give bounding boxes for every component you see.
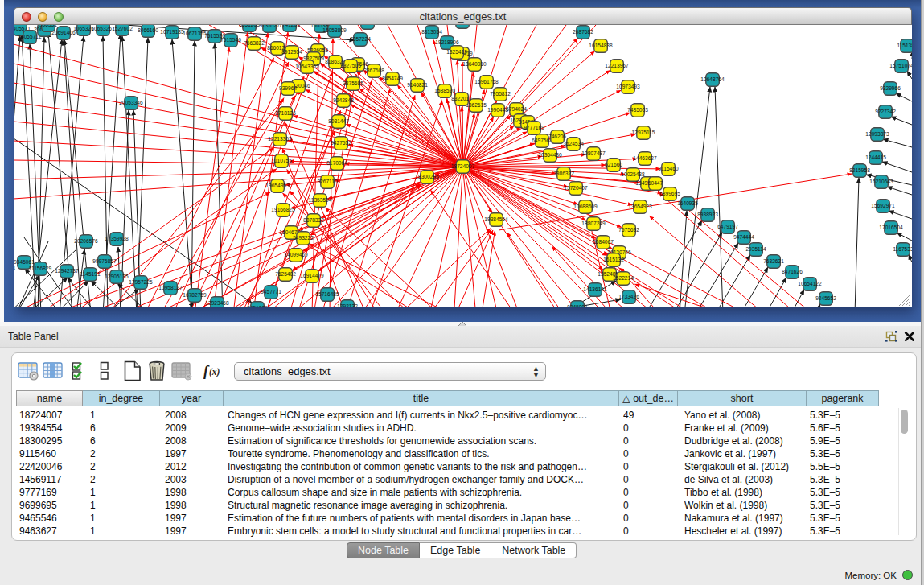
- svg-text:746206: 746206: [548, 134, 566, 139]
- svg-text:8031447: 8031447: [328, 118, 349, 124]
- svg-text:7986322: 7986322: [553, 171, 574, 176]
- svg-text:99975857: 99975857: [92, 258, 117, 264]
- svg-text:14099469: 14099469: [284, 252, 308, 257]
- svg-text:8912954: 8912954: [281, 49, 302, 55]
- svg-text:1362615: 1362615: [466, 102, 487, 108]
- svg-text:1588520: 1588520: [434, 88, 455, 93]
- svg-text:7857224: 7857224: [350, 36, 371, 42]
- svg-text:5684067: 5684067: [593, 239, 614, 245]
- svg-text:10543362: 10543362: [295, 64, 319, 69]
- svg-text:10688609: 10688609: [573, 204, 598, 209]
- svg-text:9474444: 9474444: [733, 234, 754, 240]
- svg-text:15692971: 15692971: [871, 203, 895, 208]
- svg-text:8471626: 8471626: [782, 269, 803, 274]
- svg-text:8878332: 8878332: [303, 217, 324, 223]
- svg-text:9327505: 9327505: [340, 63, 361, 68]
- svg-text:12905135: 12905135: [105, 274, 129, 279]
- svg-text:621660: 621660: [605, 162, 622, 167]
- svg-text:16154838: 16154838: [589, 43, 613, 48]
- svg-text:5493222: 5493222: [293, 235, 314, 241]
- svg-text:12942737: 12942737: [55, 268, 79, 274]
- svg-text:9227342: 9227342: [875, 109, 896, 114]
- svg-text:17016504: 17016504: [879, 225, 903, 230]
- svg-text:1733426: 1733426: [618, 294, 639, 299]
- svg-text:3267110: 3267110: [317, 179, 338, 184]
- svg-text:1145191: 1145191: [80, 271, 101, 277]
- svg-text:9457771: 9457771: [261, 289, 281, 295]
- svg-text:19384554: 19384554: [484, 216, 508, 222]
- svg-text:1527602: 1527602: [112, 26, 133, 31]
- svg-text:7955812: 7955812: [490, 91, 511, 97]
- svg-text:3875685: 3875685: [343, 80, 363, 86]
- svg-text:12213363: 12213363: [268, 136, 292, 142]
- svg-text:12923468: 12923468: [205, 300, 229, 306]
- svg-text:1010755: 1010755: [271, 158, 292, 163]
- svg-text:14463627: 14463627: [633, 155, 657, 161]
- svg-text:15751074: 15751074: [889, 63, 912, 68]
- svg-text:20206576: 20206576: [74, 238, 98, 244]
- svg-text:15720407: 15720407: [564, 185, 588, 191]
- svg-text:7575692: 7575692: [618, 227, 639, 233]
- svg-text:939964: 939964: [279, 85, 297, 91]
- svg-text:60447: 60447: [648, 180, 663, 186]
- svg-text:12093873: 12093873: [865, 131, 889, 137]
- svg-text:10654122: 10654122: [798, 281, 822, 286]
- svg-text:6479197: 6479197: [717, 224, 738, 229]
- svg-text:16782759: 16782759: [183, 292, 207, 298]
- svg-text:9135527: 9135527: [259, 25, 280, 28]
- svg-text:3624534: 3624534: [563, 141, 584, 146]
- svg-text:19654953: 19654953: [265, 183, 290, 188]
- svg-text:(x): (x): [209, 367, 220, 377]
- svg-text:7741205: 7741205: [279, 25, 300, 27]
- svg-text:391934: 391934: [14, 266, 15, 271]
- svg-text:10671355: 10671355: [183, 31, 207, 36]
- svg-text:16053809: 16053809: [322, 27, 347, 33]
- svg-text:2718126: 2718126: [275, 110, 296, 116]
- svg-text:16961758: 16961758: [474, 79, 499, 84]
- svg-text:10973493: 10973493: [616, 84, 640, 89]
- svg-text:9329966: 9329966: [880, 85, 901, 91]
- svg-text:19166825: 19166825: [271, 207, 295, 212]
- svg-text:15716485: 15716485: [315, 291, 339, 297]
- svg-text:9345061: 9345061: [14, 259, 35, 265]
- svg-text:9245652: 9245652: [815, 295, 836, 301]
- svg-text:8938923: 8938923: [697, 212, 718, 217]
- svg-text:1151384: 1151384: [897, 43, 912, 48]
- svg-text:8466160: 8466160: [138, 27, 158, 33]
- svg-text:1244415: 1244415: [865, 154, 886, 160]
- svg-text:11156829: 11156829: [29, 266, 52, 271]
- svg-text:7515546: 7515546: [220, 37, 241, 43]
- svg-text:17359928: 17359928: [105, 236, 129, 241]
- svg-text:18807249: 18807249: [581, 220, 606, 226]
- svg-text:18300295: 18300295: [415, 174, 439, 179]
- svg-text:8454749: 8454749: [382, 76, 403, 81]
- svg-text:1615132: 1615132: [603, 257, 624, 262]
- svg-text:7625402: 7625402: [275, 271, 296, 277]
- svg-text:13654923: 13654923: [628, 204, 652, 209]
- svg-text:20053346: 20053346: [119, 100, 143, 105]
- svg-text:8322017: 8322017: [451, 96, 472, 101]
- svg-text:9245091: 9245091: [567, 304, 588, 307]
- svg-text:9242848: 9242848: [333, 97, 354, 103]
- svg-text:2687682: 2687682: [573, 29, 593, 35]
- svg-text:7663822: 7663822: [244, 40, 265, 46]
- svg-text:2522214: 2522214: [613, 275, 634, 281]
- svg-text:10807487: 10807487: [581, 150, 606, 156]
- svg-text:8170064: 8170064: [326, 160, 347, 166]
- svg-text:8813054: 8813054: [421, 29, 442, 35]
- svg-text:20364436: 20364436: [538, 152, 562, 158]
- svg-text:11353594: 11353594: [309, 197, 332, 203]
- svg-text:19218906: 19218906: [435, 39, 459, 45]
- svg-text:12975115: 12975115: [632, 130, 655, 135]
- svg-text:8215958: 8215958: [849, 167, 870, 173]
- svg-text:2935114: 2935114: [745, 246, 766, 252]
- svg-text:7485003: 7485003: [627, 107, 648, 113]
- svg-text:7632621: 7632621: [763, 258, 784, 264]
- svg-text:9146821: 9146821: [407, 82, 428, 88]
- svg-text:12213967: 12213967: [605, 63, 629, 68]
- svg-text:18640910: 18640910: [462, 61, 487, 67]
- svg-text:1292132: 1292132: [337, 303, 358, 307]
- svg-text:996351: 996351: [39, 25, 57, 27]
- svg-text:9777169: 9777169: [524, 125, 544, 130]
- svg-text:8451286: 8451286: [247, 305, 268, 307]
